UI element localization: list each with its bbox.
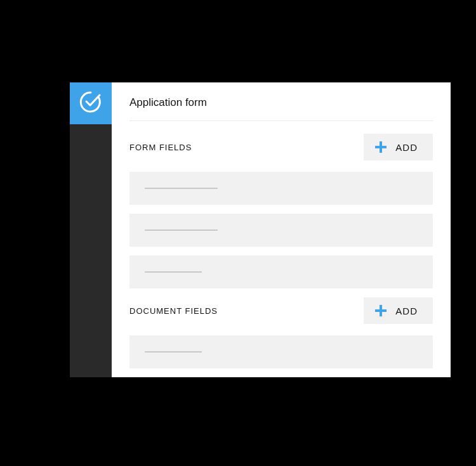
form-field-row[interactable] <box>129 256 433 288</box>
field-placeholder <box>145 230 218 231</box>
add-form-field-button[interactable]: ADD <box>364 134 433 160</box>
document-fields-label: DOCUMENT FIELDS <box>129 306 218 316</box>
checkmark-circle-icon <box>79 90 103 117</box>
plus-icon <box>375 305 387 316</box>
sidebar <box>70 82 112 377</box>
page-title: Application form <box>129 96 433 121</box>
field-placeholder <box>145 271 202 273</box>
form-field-row[interactable] <box>129 214 433 247</box>
add-button-label: ADD <box>395 142 418 153</box>
add-document-field-button[interactable]: ADD <box>364 297 433 324</box>
app-window: Application form FORM FIELDS ADD <box>70 82 451 377</box>
add-button-label: ADD <box>395 306 418 316</box>
app-logo[interactable] <box>70 82 112 124</box>
document-field-row[interactable] <box>129 335 433 368</box>
field-placeholder <box>145 351 202 353</box>
form-field-row[interactable] <box>129 172 433 205</box>
form-fields-label: FORM FIELDS <box>129 143 192 152</box>
form-fields-header: FORM FIELDS ADD <box>129 134 433 160</box>
svg-rect-3 <box>375 309 387 312</box>
plus-icon <box>375 141 387 153</box>
main-content: Application form FORM FIELDS ADD <box>112 82 451 377</box>
field-placeholder <box>145 188 218 189</box>
svg-rect-1 <box>375 146 387 148</box>
document-fields-header: DOCUMENT FIELDS ADD <box>129 297 433 324</box>
